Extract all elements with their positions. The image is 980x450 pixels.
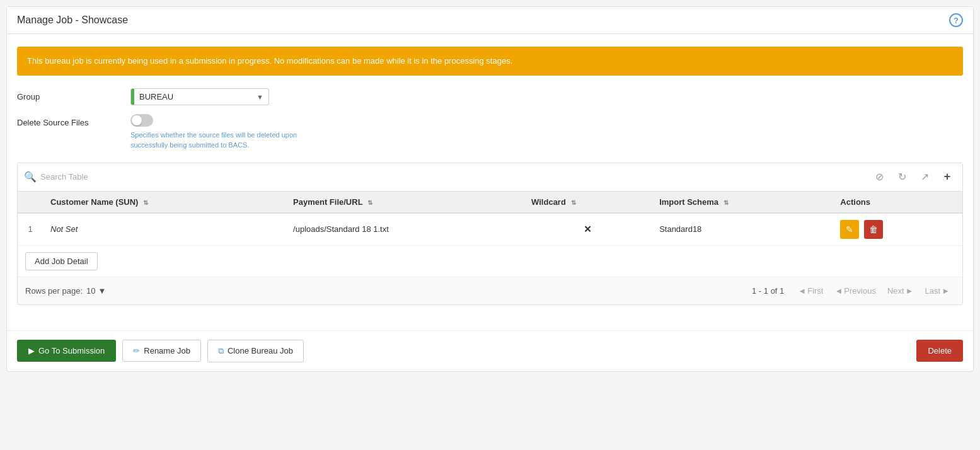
rows-per-page-select[interactable]: 10 ▼ [86, 286, 106, 296]
previous-page-button[interactable]: ◄ Previous [829, 284, 880, 298]
col-customer-name: Customer Name (SUN) ⇅ [43, 192, 285, 213]
search-icon: 🔍 [24, 171, 37, 183]
rename-icon: ✏ [133, 346, 140, 355]
next-chevron-icon: ► [906, 286, 914, 296]
rows-per-page: Rows per page: 10 ▼ [25, 286, 106, 296]
refresh-icon[interactable]: ↻ [893, 168, 911, 186]
last-page-button[interactable]: Last ► [920, 284, 955, 298]
sort-payment-icon[interactable]: ⇅ [367, 199, 372, 206]
col-wildcard: Wildcard ⇅ [524, 192, 652, 213]
add-job-detail-button[interactable]: Add Job Detail [25, 252, 98, 270]
group-label: Group [17, 88, 130, 101]
add-icon[interactable]: + [938, 168, 956, 186]
sort-customer-icon[interactable]: ⇅ [143, 199, 148, 206]
header-row: Customer Name (SUN) ⇅ Payment File/URL ⇅… [18, 192, 962, 213]
group-select[interactable]: BUREAU ▼ [130, 88, 269, 105]
pagination-bar: Rows per page: 10 ▼ 1 - 1 of 1 ◄ First ◄… [18, 277, 962, 304]
table-body: 1 Not Set /uploads/Standard 18 1.txt ✕ S [18, 213, 962, 245]
customer-name-cell: Not Set [43, 213, 285, 245]
prev-chevron-icon: ◄ [834, 286, 843, 296]
wildcard-cell: ✕ [524, 213, 652, 245]
table-header: Customer Name (SUN) ⇅ Payment File/URL ⇅… [18, 192, 962, 213]
page-info: 1 - 1 of 1 [752, 286, 784, 296]
delete-source-control: Specifies whether the source files will … [130, 114, 963, 150]
search-input[interactable] [40, 172, 867, 182]
next-page-button[interactable]: Next ► [882, 284, 919, 298]
clone-icon: ⧉ [218, 346, 224, 356]
first-chevron-icon: ◄ [798, 286, 806, 296]
page-header: Manage Job - Showcase ? [7, 7, 973, 34]
group-control-area: BUREAU ▼ [130, 88, 963, 105]
col-payment-file: Payment File/URL ⇅ [285, 192, 524, 213]
delete-source-label: Delete Source Files [17, 114, 130, 127]
toggle-thumb [132, 115, 142, 125]
col-checkbox [18, 192, 43, 213]
delete-source-toggle[interactable] [130, 114, 153, 127]
main-content: This bureau job is currently being used … [7, 34, 973, 330]
sort-schema-icon[interactable]: ⇅ [723, 199, 729, 206]
alert-banner: This bureau job is currently being used … [17, 47, 963, 76]
group-dropdown-arrow: ▼ [251, 90, 268, 104]
bottom-actions: ▶ Go To Submission ✏ Rename Job ⧉ Clone … [7, 330, 973, 371]
toolbar-icons: ⊘ ↻ ↗ + [870, 168, 956, 186]
table-section: 🔍 ⊘ ↻ ↗ + Customer Name (SUN) ⇅ [17, 163, 963, 305]
search-bar: 🔍 ⊘ ↻ ↗ + [18, 163, 962, 192]
import-schema-cell: Standard18 [652, 213, 833, 245]
rename-job-button[interactable]: ✏ Rename Job [122, 340, 201, 362]
form-section: Group BUREAU ▼ Delete Source Files [17, 88, 963, 150]
table-row: 1 Not Set /uploads/Standard 18 1.txt ✕ S [18, 213, 962, 245]
globe-slash-icon[interactable]: ⊘ [870, 168, 888, 186]
go-to-submission-button[interactable]: ▶ Go To Submission [17, 340, 116, 362]
page-wrapper: Manage Job - Showcase ? This bureau job … [6, 6, 974, 372]
play-icon: ▶ [28, 346, 35, 355]
pagination-nav: 1 - 1 of 1 ◄ First ◄ Previous Next ► La [752, 284, 955, 298]
last-chevron-icon: ► [942, 286, 950, 296]
delete-button[interactable]: Delete [916, 340, 963, 362]
payment-file-cell: /uploads/Standard 18 1.txt [285, 213, 524, 245]
page-title: Manage Job - Showcase [17, 14, 128, 26]
help-icon[interactable]: ? [949, 13, 963, 27]
row-number: 1 [18, 213, 43, 245]
col-actions: Actions [833, 192, 962, 213]
toggle-row [130, 114, 963, 127]
toggle-desc: Specifies whether the source files will … [130, 130, 963, 150]
col-import-schema: Import Schema ⇅ [652, 192, 833, 213]
group-row: Group BUREAU ▼ [17, 88, 963, 105]
actions-cell: ✎ 🗑 [833, 213, 962, 245]
edit-row-button[interactable]: ✎ [840, 220, 859, 239]
alert-message: This bureau job is currently being used … [27, 56, 512, 66]
sort-wildcard-icon[interactable]: ⇅ [571, 199, 576, 206]
group-select-text: BUREAU [134, 89, 251, 105]
export-icon[interactable]: ↗ [916, 168, 933, 186]
delete-source-row: Delete Source Files Specifies whether th… [17, 114, 963, 150]
clone-bureau-job-button[interactable]: ⧉ Clone Bureau Job [207, 340, 304, 362]
add-job-detail-row: Add Job Detail [18, 245, 962, 277]
data-table: Customer Name (SUN) ⇅ Payment File/URL ⇅… [18, 192, 962, 245]
first-page-button[interactable]: ◄ First [793, 284, 828, 298]
rows-dropdown-arrow: ▼ [98, 286, 107, 296]
delete-row-button[interactable]: 🗑 [864, 220, 883, 239]
